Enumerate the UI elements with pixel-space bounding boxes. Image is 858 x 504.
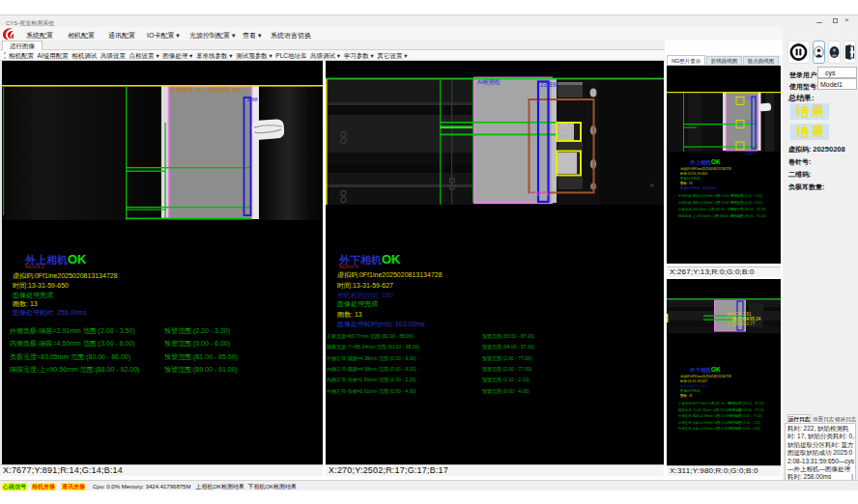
svg-text:正极宽度83.77: 正极宽度83.77: [726, 321, 756, 326]
svg-text:2.2 0.5: 2.2 0.5: [745, 97, 756, 100]
svg-text:2.2 0.5: 2.2 0.5: [745, 152, 756, 155]
svg-text:2.2 0.5: 2.2 0.5: [745, 120, 756, 124]
